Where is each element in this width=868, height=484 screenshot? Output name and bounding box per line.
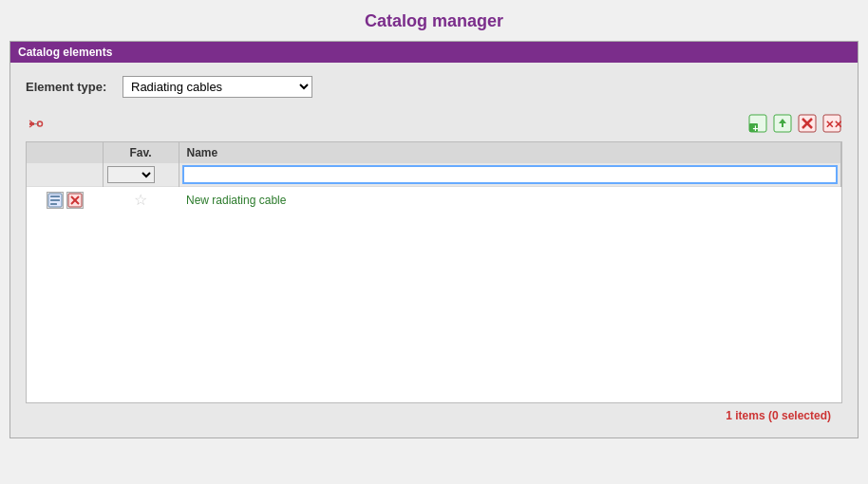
filter-fav-cell: Yes No xyxy=(103,163,179,187)
delete-all-button[interactable]: ✕✕ xyxy=(821,113,842,134)
section-header: Catalog elements xyxy=(10,42,858,63)
page-title: Catalog manager xyxy=(0,0,868,41)
item-name: New radiating cable xyxy=(186,194,286,207)
row-fav-cell: ☆ xyxy=(103,187,179,214)
svg-text:+: + xyxy=(753,123,759,134)
svg-rect-18 xyxy=(50,199,60,201)
row-name-cell: New radiating cable xyxy=(179,187,841,214)
filter-actions-cell xyxy=(27,163,103,187)
col-fav: Fav. xyxy=(103,142,179,163)
add-button[interactable]: + xyxy=(747,113,768,134)
svg-line-3 xyxy=(29,121,32,122)
svg-line-4 xyxy=(29,125,32,127)
satellite-icon-button[interactable] xyxy=(26,113,47,134)
table-container: Fav. Name Yes No xyxy=(26,141,842,403)
col-name: Name xyxy=(179,142,841,163)
row-actions-cell xyxy=(27,187,103,214)
filter-fav-select[interactable]: Yes No xyxy=(107,166,155,183)
star-icon[interactable]: ☆ xyxy=(134,192,147,208)
element-type-select[interactable]: Radiating cables Cables Antennas Connect… xyxy=(123,76,312,98)
row-delete-button[interactable] xyxy=(66,192,84,209)
svg-rect-19 xyxy=(50,203,57,205)
svg-rect-17 xyxy=(50,195,60,197)
delete-button[interactable] xyxy=(797,113,818,134)
element-type-label: Element type: xyxy=(26,80,111,94)
svg-text:✕✕: ✕✕ xyxy=(825,119,841,130)
row-edit-button[interactable] xyxy=(47,192,64,209)
catalog-section: Catalog elements Element type: Radiating… xyxy=(9,41,859,438)
filter-name-cell xyxy=(179,163,841,187)
table-row[interactable]: ☆ New radiating cable xyxy=(27,187,841,214)
filter-name-input[interactable] xyxy=(183,166,838,183)
svg-point-2 xyxy=(38,121,43,126)
import-button[interactable] xyxy=(772,113,793,134)
col-actions xyxy=(27,142,103,163)
svg-rect-0 xyxy=(29,122,34,125)
footer: 1 items (0 selected) xyxy=(26,403,842,428)
